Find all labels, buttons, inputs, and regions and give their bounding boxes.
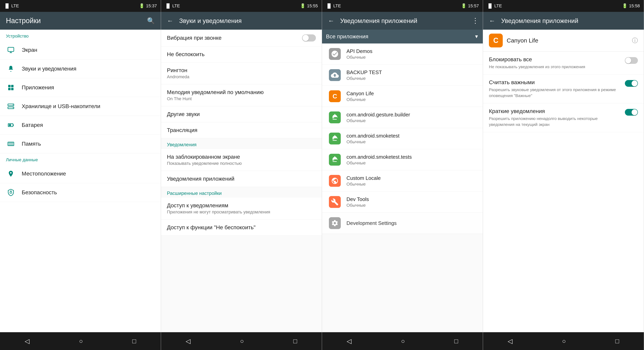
dev-settings-name: Development Settings <box>346 220 396 226</box>
app-notif-item[interactable]: Уведомления приложений <box>161 171 322 187</box>
custom-locale-name: Custom Locale <box>346 175 380 181</box>
app-item-smoketest[interactable]: com.android.smoketest Обычные <box>322 128 483 149</box>
app-item-backup-test[interactable]: BACKUP TEST Обычные <box>322 65 483 86</box>
notif-access-title: Доступ к уведомлениям <box>167 202 316 209</box>
settings-item-sounds[interactable]: Звуки и уведомления <box>0 60 161 78</box>
important-toggle[interactable] <box>625 80 638 87</box>
important-row[interactable]: Считать важными Разрешить звуковые уведо… <box>483 75 644 103</box>
app-item-api-demos[interactable]: API Demos Обычные <box>322 44 483 65</box>
lock-screen-item[interactable]: На заблокированном экране Показывать уве… <box>161 149 322 171</box>
security-label: Безопасность <box>22 189 57 196</box>
app-item-custom-locale[interactable]: Custom Locale Обычные <box>322 170 483 192</box>
dropdown-arrow-icon: ▼ <box>474 34 479 39</box>
square-btn-3[interactable]: □ <box>448 335 464 347</box>
smoketest-tests-info: com.android.smoketest.tests Обычные <box>346 154 412 166</box>
square-btn-2[interactable]: □ <box>287 335 303 347</box>
notif-access-subtitle: Приложения не могут просматривать уведом… <box>167 210 316 215</box>
status-left-3: ▐▌ LTE <box>326 3 341 9</box>
smoketest-type: Обычные <box>346 139 400 144</box>
battery-icon-3: 🔋 <box>461 3 466 9</box>
brief-toggle[interactable] <box>625 109 638 116</box>
app-filter-dropdown[interactable]: Все приложения ▼ <box>322 30 483 44</box>
other-sounds-item[interactable]: Другие звуки <box>161 106 322 122</box>
back-btn-nav-4[interactable]: ◁ <box>502 335 518 347</box>
svg-point-8 <box>13 107 13 108</box>
signal-icon: ▐▌ <box>4 3 10 9</box>
block-all-row[interactable]: Блокировать все Не показывать уведомлени… <box>483 52 644 75</box>
settings-item-location[interactable]: Местоположение <box>0 164 161 183</box>
time-3: 15:57 <box>468 3 479 9</box>
dnd-access-item[interactable]: Доступ к функции "Не беспокоить" <box>161 220 322 236</box>
square-btn-4[interactable]: □ <box>609 335 625 347</box>
broadcast-item[interactable]: Трансляция <box>161 122 322 138</box>
app-item-canyon-life[interactable]: C Canyon Life Обычные <box>322 86 483 107</box>
settings-item-screen[interactable]: Экран <box>0 41 161 60</box>
signal-type: LTE <box>11 3 19 9</box>
block-all-knob <box>625 58 631 63</box>
app-item-gesture[interactable]: com.android.gesture.builder Обычные <box>322 107 483 128</box>
smoketest-info: com.android.smoketest Обычные <box>346 133 400 144</box>
panel-canyon-life-notif: ▐▌ LTE 🔋 15:58 ← Уведомления приложений … <box>483 0 644 350</box>
ringtone-item[interactable]: Рингтон Andromeda <box>161 62 322 84</box>
notif-access-item[interactable]: Доступ к уведомлениям Приложения не могу… <box>161 198 322 220</box>
svg-rect-3 <box>8 88 11 90</box>
back-btn-nav-2[interactable]: ◁ <box>180 335 196 347</box>
home-btn-1[interactable]: ○ <box>73 335 89 347</box>
status-right-1: 🔋 15:37 <box>139 3 157 9</box>
backup-test-icon-container <box>328 68 342 82</box>
bottom-nav-2: ◁ ○ □ <box>161 332 322 350</box>
sounds-content: Вибрация при звонке Не беспокоить Рингто… <box>161 30 322 332</box>
block-all-title: Блокировать все <box>489 56 621 63</box>
other-sounds-title: Другие звуки <box>167 111 316 117</box>
square-btn-1[interactable]: □ <box>126 335 142 347</box>
more-btn-3[interactable]: ⋮ <box>472 17 479 25</box>
notif-melody-item[interactable]: Мелодия уведомлений по умолчанию On The … <box>161 84 322 106</box>
settings-item-battery[interactable]: Батарея <box>0 116 161 135</box>
back-btn-nav-3[interactable]: ◁ <box>341 335 358 347</box>
vibration-toggle[interactable] <box>302 34 316 42</box>
status-bar-4: ▐▌ LTE 🔋 15:58 <box>483 0 644 12</box>
donotdisturb-item[interactable]: Не беспокоить <box>161 47 322 62</box>
battery-settings-icon <box>6 120 16 130</box>
dev-tools-icon <box>329 196 341 208</box>
canyon-life-app-name: Canyon Life <box>507 37 632 44</box>
app-item-dev-tools[interactable]: Dev Tools Обычные <box>322 192 483 213</box>
toolbar-canyon-life: ← Уведомления приложений <box>483 12 644 30</box>
smoketest-icon <box>329 133 341 144</box>
back-btn-1[interactable]: ◁ <box>19 335 36 347</box>
signal-type-2: LTE <box>172 3 180 9</box>
back-btn-app-notif[interactable]: ← <box>326 15 336 27</box>
app-item-smoketest-tests[interactable]: com.android.smoketest.tests Обычные <box>322 149 483 170</box>
settings-item-memory[interactable]: Память <box>0 135 161 153</box>
app-header-canyon-life: C Canyon Life ⓘ <box>483 30 644 52</box>
settings-item-storage[interactable]: Хранилище и USB-накопители <box>0 97 161 116</box>
settings-item-security[interactable]: Безопасность <box>0 183 161 202</box>
home-btn-3[interactable]: ○ <box>395 335 411 347</box>
info-btn-canyon-life[interactable]: ⓘ <box>632 37 638 45</box>
svg-rect-1 <box>8 85 11 87</box>
status-right-2: 🔋 15:55 <box>300 3 318 9</box>
vibration-row[interactable]: Вибрация при звонке <box>161 30 322 47</box>
app-notif-title: Уведомления приложений <box>167 176 316 182</box>
signal-type-4: LTE <box>494 3 502 9</box>
brief-knob <box>632 109 638 115</box>
toggle-knob-vibration <box>302 35 309 41</box>
smoketest-tests-icon-container <box>328 153 342 166</box>
brief-row[interactable]: Краткие уведомления Разрешить приложению… <box>483 103 644 132</box>
search-icon[interactable]: 🔍 <box>147 17 155 25</box>
signal-icon-3: ▐▌ <box>326 3 332 9</box>
api-demos-icon-container <box>328 47 342 61</box>
broadcast-title: Трансляция <box>167 127 316 133</box>
home-btn-4[interactable]: ○ <box>556 335 572 347</box>
important-knob <box>632 80 638 86</box>
app-item-dev-settings[interactable]: Development Settings <box>322 213 483 234</box>
block-all-toggle[interactable] <box>625 57 638 64</box>
location-label: Местоположение <box>22 170 66 177</box>
home-btn-2[interactable]: ○ <box>234 335 250 347</box>
back-btn-sounds[interactable]: ← <box>165 15 175 27</box>
back-btn-canyon-life[interactable]: ← <box>487 15 497 27</box>
smoketest-tests-type: Обычные <box>346 160 412 166</box>
status-left-1: ▐▌ LTE <box>4 3 19 9</box>
battery-icon-4: 🔋 <box>622 3 628 9</box>
settings-item-apps[interactable]: Приложения <box>0 78 161 97</box>
